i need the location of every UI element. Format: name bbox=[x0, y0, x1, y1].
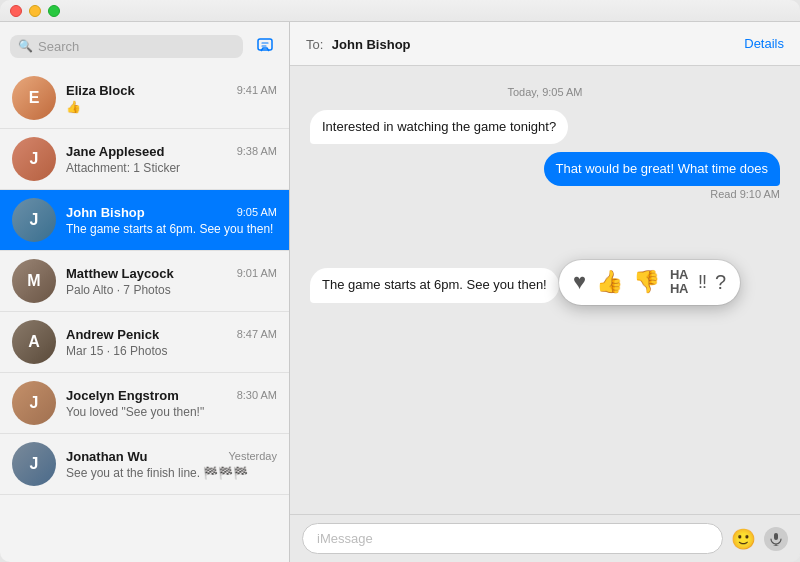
conversation-name: John Bishop bbox=[66, 205, 145, 220]
avatar: J bbox=[12, 381, 56, 425]
conversation-name: Jocelyn Engstrom bbox=[66, 388, 179, 403]
message-row: Interested in watching the game tonight? bbox=[310, 110, 780, 144]
avatar: J bbox=[12, 198, 56, 242]
outgoing-message-container: That would be great! What time does Read… bbox=[310, 152, 780, 200]
conversation-preview: Palo Alto · 7 Photos bbox=[66, 283, 277, 297]
avatar: J bbox=[12, 442, 56, 486]
tapback-exclamation[interactable]: ‼ bbox=[698, 272, 705, 293]
conversation-preview: Mar 15 · 16 Photos bbox=[66, 344, 277, 358]
compose-button[interactable] bbox=[251, 32, 279, 60]
avatar: M bbox=[12, 259, 56, 303]
conversation-time: 8:47 AM bbox=[237, 328, 277, 340]
tapback-haha[interactable]: HAHA bbox=[670, 268, 688, 297]
conversation-info: Jane Appleseed9:38 AMAttachment: 1 Stick… bbox=[66, 144, 277, 175]
conversation-info: Jonathan WuYesterdaySee you at the finis… bbox=[66, 449, 277, 480]
chat-area: To: John Bishop Details Today, 9:05 AM I… bbox=[290, 22, 800, 562]
conversation-name: Jane Appleseed bbox=[66, 144, 165, 159]
conversation-name: Jonathan Wu bbox=[66, 449, 147, 464]
conversation-item-jonathan[interactable]: JJonathan WuYesterdaySee you at the fini… bbox=[0, 434, 289, 495]
sidebar: 🔍 Search EEliza Block9:41 AM👍JJane Apple… bbox=[0, 22, 290, 562]
conversation-preview: Attachment: 1 Sticker bbox=[66, 161, 277, 175]
chat-messages: Today, 9:05 AM Interested in watching th… bbox=[290, 66, 800, 514]
chat-input-bar: iMessage 🙂 bbox=[290, 514, 800, 562]
conversation-item-jocelyn[interactable]: JJocelyn Engstrom8:30 AMYou loved "See y… bbox=[0, 373, 289, 434]
title-bar bbox=[0, 0, 800, 22]
avatar: A bbox=[12, 320, 56, 364]
svg-rect-1 bbox=[774, 533, 778, 540]
conversation-time: 9:41 AM bbox=[237, 84, 277, 96]
tapback-thumbsdown[interactable]: 👎 bbox=[633, 269, 660, 295]
conversation-preview: The game starts at 6pm. See you then! bbox=[66, 222, 277, 236]
to-label: To: bbox=[306, 37, 323, 52]
conversation-info: Eliza Block9:41 AM👍 bbox=[66, 83, 277, 114]
conversation-preview: You loved "See you then!" bbox=[66, 405, 277, 419]
tapback-heart[interactable]: ♥ bbox=[573, 269, 586, 295]
avatar-initials: J bbox=[30, 394, 39, 412]
conversation-name: Matthew Laycock bbox=[66, 266, 174, 281]
app-container: 🔍 Search EEliza Block9:41 AM👍JJane Apple… bbox=[0, 22, 800, 562]
conversation-info: Jocelyn Engstrom8:30 AMYou loved "See yo… bbox=[66, 388, 277, 419]
avatar-initials: J bbox=[30, 211, 39, 229]
conversation-name: Eliza Block bbox=[66, 83, 135, 98]
tapback-question[interactable]: ? bbox=[715, 271, 726, 294]
chat-header: To: John Bishop Details bbox=[290, 22, 800, 66]
conversation-item-jane[interactable]: JJane Appleseed9:38 AMAttachment: 1 Stic… bbox=[0, 129, 289, 190]
close-button[interactable] bbox=[10, 5, 22, 17]
conversation-item-matthew[interactable]: MMatthew Laycock9:01 AMPalo Alto · 7 Pho… bbox=[0, 251, 289, 312]
tapback-thumbsup[interactable]: 👍 bbox=[596, 269, 623, 295]
avatar-initials: A bbox=[28, 333, 40, 351]
conversation-time: 9:01 AM bbox=[237, 267, 277, 279]
tapback-popup: ♥ 👍 👎 HAHA ‼ ? bbox=[559, 260, 740, 305]
avatar-initials: J bbox=[30, 150, 39, 168]
conversation-time: 9:05 AM bbox=[237, 206, 277, 218]
message-input[interactable]: iMessage bbox=[302, 523, 723, 554]
chat-recipient-line: To: John Bishop bbox=[306, 35, 411, 53]
avatar: E bbox=[12, 76, 56, 120]
conversation-item-john[interactable]: JJohn Bishop9:05 AMThe game starts at 6p… bbox=[0, 190, 289, 251]
chat-recipient-name: John Bishop bbox=[332, 37, 411, 52]
conversation-preview: 👍 bbox=[66, 100, 277, 114]
conversation-time: 9:38 AM bbox=[237, 145, 277, 157]
conversation-info: Andrew Penick8:47 AMMar 15 · 16 Photos bbox=[66, 327, 277, 358]
message-row: That would be great! What time does bbox=[310, 152, 780, 186]
avatar-initials: J bbox=[30, 455, 39, 473]
avatar-initials: E bbox=[29, 89, 40, 107]
fullscreen-button[interactable] bbox=[48, 5, 60, 17]
message-bubble-outgoing: That would be great! What time does bbox=[544, 152, 780, 186]
conversation-preview: See you at the finish line. 🏁🏁🏁 bbox=[66, 466, 277, 480]
read-receipt: Read 9:10 AM bbox=[310, 188, 780, 200]
conversation-info: John Bishop9:05 AMThe game starts at 6pm… bbox=[66, 205, 277, 236]
microphone-button[interactable] bbox=[764, 527, 788, 551]
search-bar[interactable]: 🔍 Search bbox=[10, 35, 243, 58]
message-timestamp: Today, 9:05 AM bbox=[310, 86, 780, 98]
avatar: J bbox=[12, 137, 56, 181]
conversation-name: Andrew Penick bbox=[66, 327, 159, 342]
conversation-info: Matthew Laycock9:01 AMPalo Alto · 7 Phot… bbox=[66, 266, 277, 297]
message-bubble-incoming: The game starts at 6pm. See you then! bbox=[310, 268, 559, 302]
emoji-button[interactable]: 🙂 bbox=[731, 527, 756, 551]
message-bubble-incoming: Interested in watching the game tonight? bbox=[310, 110, 568, 144]
conversation-time: Yesterday bbox=[228, 450, 277, 462]
imessage-placeholder: iMessage bbox=[317, 531, 373, 546]
conversation-item-andrew[interactable]: AAndrew Penick8:47 AMMar 15 · 16 Photos bbox=[0, 312, 289, 373]
minimize-button[interactable] bbox=[29, 5, 41, 17]
avatar-initials: M bbox=[27, 272, 40, 290]
conversation-list: EEliza Block9:41 AM👍JJane Appleseed9:38 … bbox=[0, 68, 289, 562]
conversation-item-eliza[interactable]: EEliza Block9:41 AM👍 bbox=[0, 68, 289, 129]
sidebar-header: 🔍 Search bbox=[0, 22, 289, 68]
details-button[interactable]: Details bbox=[744, 36, 784, 51]
conversation-time: 8:30 AM bbox=[237, 389, 277, 401]
search-input[interactable]: Search bbox=[38, 39, 79, 54]
search-icon: 🔍 bbox=[18, 39, 33, 53]
